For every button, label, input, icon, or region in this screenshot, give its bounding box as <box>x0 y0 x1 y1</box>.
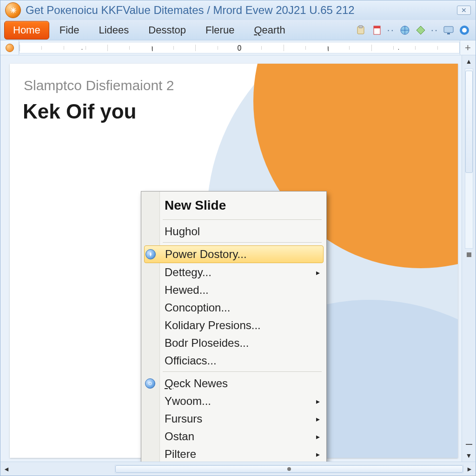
toolbar-diamond-icon[interactable] <box>415 24 427 36</box>
canvas-area: Slamptco Disfiemaiont 2 Kek Oif you New … <box>0 55 462 462</box>
ruler-corner-icon <box>6 44 14 52</box>
context-menu-item-fursurs[interactable]: Fursurs ▸ <box>141 410 326 428</box>
context-menu-item-hughol[interactable]: Hughol <box>141 223 326 240</box>
horizontal-ruler[interactable]: · I 0 I · <box>19 42 460 53</box>
context-menu-separator-2 <box>163 242 322 243</box>
context-menu-item-label: Qeck Newes <box>165 377 228 390</box>
window-title: Get Pокепоicu KKFValue Ditemates / Mrord… <box>26 4 457 17</box>
context-menu-item-power-dostory[interactable]: Power Dostory... <box>144 245 324 263</box>
menu-fide[interactable]: Fide <box>50 21 89 39</box>
context-menu-separator-1 <box>163 219 322 220</box>
context-menu-item-label: Ywoom... <box>165 395 211 408</box>
vertical-scroll-thumb[interactable] <box>465 71 473 173</box>
context-menu-item-kolidary[interactable]: Kolidary Presions... <box>141 317 326 334</box>
svg-rect-7 <box>447 33 450 34</box>
context-menu-item-label: Dettegy... <box>165 266 212 279</box>
ruler-expand-button[interactable]: + <box>460 40 476 55</box>
horizontal-scroll-track[interactable] <box>115 465 463 473</box>
context-menu: New Slide Hughol Power Dostory... Detteg… <box>141 191 327 462</box>
window-close-button[interactable]: ✕ <box>457 6 471 15</box>
menu-lidees[interactable]: Lidees <box>89 21 138 39</box>
context-menu-item-qeck-newes[interactable]: Qeck Newes <box>141 375 326 392</box>
submenu-arrow-icon: ▸ <box>316 450 320 459</box>
context-menu-item-officiacs[interactable]: Officiacs... <box>141 352 326 370</box>
workspace: Slamptco Disfiemaiont 2 Kek Oif you New … <box>0 55 476 462</box>
ruler-center-label: 0 <box>238 44 242 53</box>
context-menu-item-label: Officiacs... <box>165 354 217 367</box>
office-button[interactable]: ✳ <box>5 2 21 18</box>
menubar: Home Fide Lidees Desstop Flerue Qearth ·… <box>0 20 476 40</box>
compass-icon <box>145 249 156 259</box>
titlebar: ✳ Get Pокепоicu KKFValue Ditemates / Mro… <box>0 0 476 20</box>
toolbar-overflow-1[interactable]: ·· <box>385 24 397 36</box>
context-menu-separator-3 <box>163 371 322 372</box>
toolbar-help-icon[interactable] <box>458 24 470 36</box>
ruler-row: · I 0 I · + <box>0 40 476 55</box>
context-menu-item-label: Fursurs <box>165 412 202 425</box>
menu-home[interactable]: Home <box>4 21 49 40</box>
context-menu-item-concoption[interactable]: Concoption... <box>141 299 326 317</box>
horizontal-scrollbar[interactable]: ◄ ► <box>0 462 476 476</box>
scroll-up-button[interactable]: ▲ <box>462 55 476 67</box>
context-menu-item-ywoom[interactable]: Ywoom... ▸ <box>141 392 326 410</box>
scroll-grip-icon <box>287 467 291 471</box>
close-icon: ✕ <box>461 7 467 14</box>
menu-desstop[interactable]: Desstop <box>139 21 195 39</box>
svg-rect-1 <box>359 26 363 28</box>
toolbar-doc-icon[interactable] <box>371 24 383 36</box>
context-menu-item-label: Power Dostory... <box>165 248 247 261</box>
context-menu-item-label: Ostan <box>165 430 194 443</box>
scroll-down-button[interactable]: ▼ <box>462 450 476 462</box>
context-menu-item-dettegy[interactable]: Dettegy... ▸ <box>141 264 326 281</box>
slide-title[interactable]: Kek Oif you <box>23 100 137 123</box>
submenu-arrow-icon: ▸ <box>316 415 320 423</box>
ruler-corner[interactable] <box>0 40 19 55</box>
context-menu-item-label: Hewed... <box>165 284 209 297</box>
toolbar-paste-icon[interactable] <box>355 24 367 36</box>
app-window: ✳ Get Pокепоicu KKFValue Ditemates / Mro… <box>0 0 476 476</box>
scroll-dash-icon <box>466 444 472 445</box>
svg-point-9 <box>462 28 467 33</box>
svg-point-10 <box>149 382 152 385</box>
menu-qearth[interactable]: Qearth <box>245 21 294 39</box>
svg-marker-5 <box>416 26 425 34</box>
submenu-arrow-icon: ▸ <box>316 397 320 406</box>
scroll-left-button[interactable]: ◄ <box>0 462 13 476</box>
vertical-scroll-track[interactable] <box>465 68 473 249</box>
context-menu-item-label: Bodr Ploseides... <box>165 337 249 350</box>
horizontal-scroll-thumb[interactable] <box>115 465 463 473</box>
context-menu-item-label: Concoption... <box>165 301 230 314</box>
office-orb-icon: ✳ <box>10 6 16 15</box>
toolbar-globe-icon[interactable] <box>399 24 411 36</box>
context-menu-item-label: Piltere <box>165 448 196 461</box>
scroll-marker-icon <box>467 252 471 257</box>
menu-flerue[interactable]: Flerue <box>196 21 244 39</box>
context-menu-item-bodr[interactable]: Bodr Ploseides... <box>141 334 326 352</box>
globe-icon <box>145 378 155 389</box>
context-menu-item-ostan[interactable]: Ostan ▸ <box>141 428 326 445</box>
scroll-right-button[interactable]: ► <box>463 462 476 476</box>
context-menu-item-label: Kolidary Presions... <box>165 319 261 332</box>
toolbar-monitor-icon[interactable] <box>443 24 455 36</box>
svg-rect-6 <box>444 26 453 33</box>
context-menu-item-piltere[interactable]: Piltere ▸ <box>141 445 326 462</box>
slide-subtitle[interactable]: Slamptco Disfiemaiont 2 <box>24 78 174 93</box>
toolbar-overflow-2[interactable]: ·· <box>429 24 440 36</box>
context-menu-item-label: Hughol <box>165 225 200 238</box>
context-menu-item-hewed[interactable]: Hewed... <box>141 281 326 299</box>
context-menu-header: New Slide <box>141 194 326 218</box>
submenu-arrow-icon: ▸ <box>316 432 320 441</box>
submenu-arrow-icon: ▸ <box>316 268 320 277</box>
svg-rect-3 <box>374 26 380 28</box>
vertical-scrollbar[interactable]: ▲ ▼ <box>462 55 476 462</box>
